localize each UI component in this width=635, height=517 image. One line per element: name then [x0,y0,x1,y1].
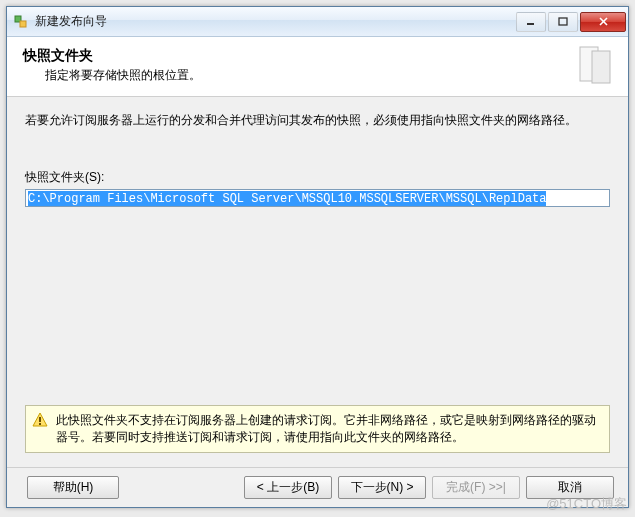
help-button[interactable]: 帮助(H) [27,476,119,499]
svg-rect-9 [39,417,41,422]
app-icon [13,14,29,30]
cancel-button[interactable]: 取消 [526,476,614,499]
next-button[interactable]: 下一步(N) > [338,476,426,499]
page-title: 快照文件夹 [23,47,201,65]
close-button[interactable] [580,12,626,32]
page-subtitle: 指定将要存储快照的根位置。 [45,67,201,84]
wizard-header: 快照文件夹 指定将要存储快照的根位置。 [7,37,628,97]
header-decor-icon [574,43,618,87]
svg-rect-1 [20,21,26,27]
svg-rect-3 [559,18,567,25]
window-title: 新建发布向导 [35,13,516,30]
warning-icon [32,412,48,428]
warning-text: 此快照文件夹不支持在订阅服务器上创建的请求订阅。它并非网络路径，或它是映射到网络… [56,413,596,444]
snapshot-folder-value: C:\Program Files\Microsoft SQL Server\MS… [28,191,546,207]
maximize-button[interactable] [548,12,578,32]
svg-rect-7 [592,51,610,83]
snapshot-folder-label: 快照文件夹(S): [25,169,610,186]
finish-button: 完成(F) >>| [432,476,520,499]
svg-rect-10 [39,423,41,425]
wizard-footer: 帮助(H) < 上一步(B) 下一步(N) > 完成(F) >>| 取消 [7,467,628,507]
wizard-window: 新建发布向导 快照文件夹 指定将要存储快照的根位置。 若要允许订阅服务器上运行 [6,6,629,508]
window-controls [516,12,626,32]
warning-panel: 此快照文件夹不支持在订阅服务器上创建的请求订阅。它并非网络路径，或它是映射到网络… [25,405,610,453]
titlebar: 新建发布向导 [7,7,628,37]
snapshot-folder-input[interactable]: C:\Program Files\Microsoft SQL Server\MS… [25,189,610,207]
back-button[interactable]: < 上一步(B) [244,476,332,499]
description-text: 若要允许订阅服务器上运行的分发和合并代理访问其发布的快照，必须使用指向快照文件夹… [25,111,610,129]
minimize-button[interactable] [516,12,546,32]
wizard-content: 若要允许订阅服务器上运行的分发和合并代理访问其发布的快照，必须使用指向快照文件夹… [7,97,628,467]
